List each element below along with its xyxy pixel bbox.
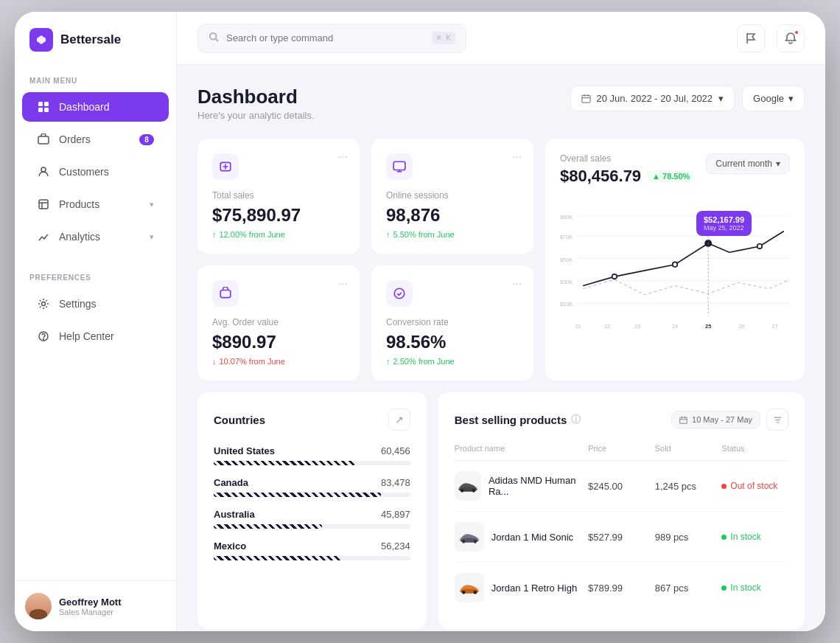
up-arrow-icon: ↑ [212, 230, 217, 239]
down-arrow-icon: ↓ [212, 357, 217, 366]
sidebar-item-customers[interactable]: Customers [22, 157, 169, 187]
product-1-thumb [455, 471, 481, 501]
sidebar-item-analytics[interactable]: Analytics ▾ [22, 222, 169, 251]
product-2-thumb [455, 522, 484, 552]
page-header: Dashboard Here's your analytic details. … [197, 86, 805, 121]
sessions-menu[interactable]: ··· [512, 150, 522, 164]
sessions-change: ↑ 5.50% from June [386, 230, 519, 239]
svg-point-6 [41, 167, 46, 172]
svg-point-51 [473, 540, 477, 543]
sidebar-item-products-label: Products [59, 198, 99, 210]
svg-marker-0 [37, 35, 46, 44]
search-kbd: ⌘ K [432, 32, 455, 44]
svg-rect-13 [581, 95, 589, 102]
svg-text:24: 24 [672, 323, 678, 330]
date-picker-button[interactable]: 20 Jun. 2022 - 20 Jul, 2022 ▾ [570, 86, 735, 111]
product-2-status: In stock [721, 532, 788, 542]
source-button[interactable]: Google ▾ [742, 86, 805, 111]
svg-rect-16 [393, 161, 405, 170]
sidebar-item-help[interactable]: Help Center [22, 322, 169, 351]
sidebar-item-dashboard[interactable]: Dashboard [22, 92, 169, 122]
svg-point-47 [472, 489, 475, 493]
svg-text:$10K: $10K [560, 301, 573, 307]
customers-icon [37, 165, 50, 178]
country-item-mx: Mexico 56,234 [214, 541, 410, 560]
svg-point-55 [473, 591, 477, 594]
conversion-menu[interactable]: ··· [512, 277, 522, 291]
countries-expand-button[interactable]: ↗ [388, 409, 410, 431]
svg-text:25: 25 [705, 323, 711, 330]
conversion-change: ↑ 2.50% from June [386, 357, 519, 366]
user-role: Sales Manager [59, 608, 166, 616]
sales-chart: $52,167.99 May 25, 2022 $90K $70K $50K $… [560, 196, 790, 354]
logo-icon [29, 28, 53, 52]
settings-icon [37, 297, 50, 310]
bottom-row: Countries ↗ United States 60,456 [197, 392, 805, 629]
product-1-status: Out of stock [721, 481, 788, 491]
date-picker-chevron-icon: ▾ [718, 93, 724, 104]
flag-button[interactable] [737, 24, 765, 52]
products-icon [37, 198, 50, 211]
source-chevron-icon: ▾ [788, 93, 794, 104]
user-name: Geoffrey Mott [59, 597, 166, 608]
sidebar-item-analytics-label: Analytics [59, 231, 100, 243]
sidebar-item-settings[interactable]: Settings [22, 289, 169, 319]
overall-sales-card: Overall sales $80,456.79 ▲ 78.50% Curren… [545, 139, 805, 380]
total-sales-value: $75,890.97 [212, 205, 345, 226]
products-filter-button[interactable] [766, 409, 788, 431]
products-title-text: Best selling products [455, 414, 567, 426]
avg-order-menu[interactable]: ··· [338, 277, 348, 291]
svg-text:$50K: $50K [560, 257, 573, 263]
svg-point-11 [210, 32, 217, 39]
svg-text:26: 26 [738, 323, 744, 330]
period-button[interactable]: Current month ▾ [706, 153, 790, 174]
svg-point-46 [461, 489, 464, 493]
svg-text:$90K: $90K [560, 214, 573, 220]
search-bar[interactable]: ⌘ K [197, 24, 466, 53]
total-sales-card: ··· Total sales $75,890.97 ↑ [197, 139, 360, 254]
sidebar-item-dashboard-label: Dashboard [59, 101, 110, 113]
svg-text:$70K: $70K [560, 234, 573, 240]
products-chevron-icon: ▾ [150, 200, 154, 209]
preferences-label: PREFERENCES [15, 262, 176, 288]
svg-rect-1 [38, 102, 43, 106]
orders-icon [37, 133, 50, 146]
period-chevron-icon: ▾ [776, 159, 780, 169]
svg-rect-4 [44, 108, 49, 112]
countries-title: Countries [214, 414, 265, 426]
sidebar-item-products[interactable]: Products ▾ [22, 190, 169, 219]
svg-point-10 [43, 339, 44, 340]
svg-point-29 [673, 262, 678, 267]
svg-text:$30K: $30K [560, 279, 573, 285]
product-3-thumb [455, 573, 484, 602]
analytics-icon [37, 230, 50, 243]
conversion-value: 98.56% [386, 332, 519, 352]
avg-order-icon [212, 280, 239, 307]
svg-point-54 [462, 591, 466, 594]
notifications-button[interactable] [777, 24, 805, 52]
source-label: Google [753, 93, 784, 104]
avg-order-value: $890.97 [212, 332, 345, 352]
svg-rect-15 [220, 291, 231, 298]
topbar: ⌘ K [177, 12, 825, 65]
conversion-card: ··· Conversion rate 98.56% ↑ [371, 265, 533, 380]
user-profile[interactable]: Geoffrey Mott Sales Manager [15, 580, 176, 631]
app-name: Bettersale [60, 32, 121, 47]
avg-order-change: ↓ 10.07% from June [212, 357, 345, 366]
total-sales-menu[interactable]: ··· [338, 150, 348, 164]
svg-rect-40 [680, 417, 687, 423]
info-icon: ⓘ [571, 413, 581, 426]
total-sales-label: Total sales [212, 190, 345, 201]
search-input[interactable] [226, 32, 424, 44]
countries-card: Countries ↗ United States 60,456 [197, 392, 427, 629]
svg-rect-3 [38, 108, 43, 112]
orders-badge: 8 [139, 134, 154, 145]
product-3-status: In stock [721, 583, 788, 593]
svg-point-8 [42, 302, 46, 306]
total-sales-icon [212, 153, 239, 180]
svg-rect-5 [38, 136, 49, 144]
total-sales-change: ↑ 12.00% from June [212, 230, 345, 239]
products-table-header: Product name Price Sold Status [455, 444, 788, 461]
sidebar-item-orders[interactable]: Orders 8 [22, 125, 169, 154]
overall-sales-badge: ▲ 78.50% [647, 170, 695, 182]
